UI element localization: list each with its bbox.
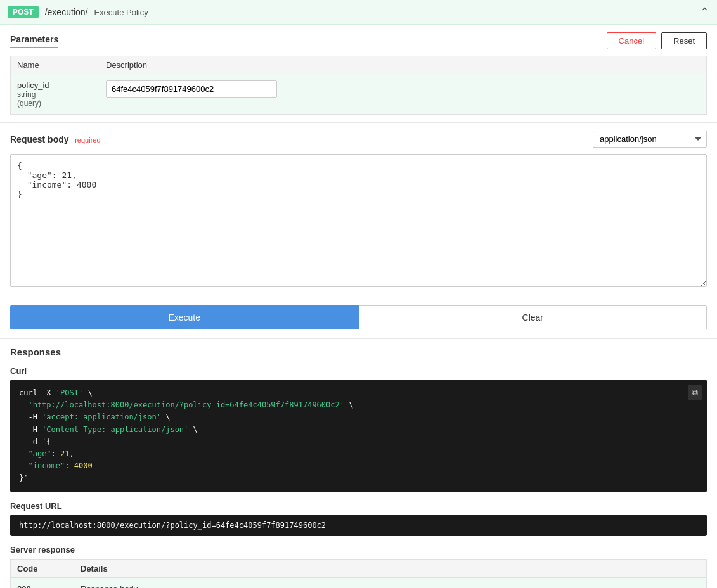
method-badge: POST — [8, 6, 39, 18]
curl-line-2: 'http://localhost:8000/execution/?policy… — [19, 400, 353, 409]
curl-line-5: -d '{ — [19, 437, 51, 446]
col-name: Name — [17, 60, 106, 70]
response-row: 200 Response body { "decision": true } 💾… — [10, 578, 707, 589]
param-name-cell: policy_id string (query) — [17, 80, 106, 108]
request-body-header: Request body required application/json — [10, 131, 707, 148]
params-header: Parameters Cancel Reset — [10, 32, 707, 49]
top-bar: POST /execution/ Execute Policy ⌃ — [0, 0, 717, 25]
curl-copy-button[interactable]: ⧉ — [688, 385, 702, 400]
curl-line-6: "age": 21, — [19, 449, 74, 458]
policy-id-input[interactable] — [106, 80, 277, 98]
param-type: string (query) — [17, 90, 106, 108]
server-response-label: Server response — [10, 545, 707, 554]
response-table-header: Code Details — [10, 559, 707, 578]
copy-icon: ⧉ — [692, 387, 698, 397]
required-badge: required — [75, 136, 100, 144]
response-body-label: Response body — [81, 584, 700, 589]
request-url-label: Request URL — [10, 501, 707, 511]
col-description: Description — [106, 60, 700, 70]
cancel-button[interactable]: Cancel — [607, 32, 656, 49]
execute-button[interactable]: Execute — [10, 305, 359, 329]
request-body-section: Request body required application/json {… — [0, 123, 717, 297]
request-url-section: Request URL http://localhost:8000/execut… — [10, 501, 707, 536]
reset-button[interactable]: Reset — [661, 32, 707, 49]
request-url-display: http://localhost:8000/execution/?policy_… — [10, 514, 707, 536]
action-buttons: Execute Clear — [10, 305, 707, 329]
curl-section: Curl curl -X 'POST' \ 'http://localhost:… — [10, 366, 707, 492]
curl-line-3: -H 'accept: application/json' \ — [19, 412, 170, 421]
param-value-cell[interactable] — [106, 80, 700, 98]
params-buttons: Cancel Reset — [607, 32, 707, 49]
curl-line-7: "income": 4000 — [19, 461, 93, 470]
curl-line-8: }' — [19, 473, 28, 482]
content-type-select[interactable]: application/json — [593, 131, 707, 148]
responses-title: Responses — [10, 347, 707, 357]
server-response-section: Server response Code Details 200 Respons… — [10, 545, 707, 589]
response-code: 200 — [17, 584, 81, 589]
param-row: policy_id string (query) — [10, 74, 707, 115]
curl-code-block: curl -X 'POST' \ 'http://localhost:8000/… — [10, 380, 707, 492]
curl-line-4: -H 'Content-Type: application/json' \ — [19, 425, 198, 434]
parameters-section: Parameters Cancel Reset Name Description… — [0, 25, 717, 123]
request-body-textarea[interactable]: { "age": 21, "income": 4000 } — [10, 154, 707, 287]
collapse-button[interactable]: ⌃ — [700, 5, 709, 19]
param-name: policy_id — [17, 80, 106, 90]
clear-button[interactable]: Clear — [359, 305, 707, 329]
curl-label: Curl — [10, 366, 707, 376]
params-table-header: Name Description — [10, 56, 707, 74]
endpoint-text: /execution/ — [45, 7, 88, 17]
response-details-header: Details — [81, 564, 700, 573]
request-body-label: Request body — [10, 134, 69, 144]
operation-label: Execute Policy — [94, 8, 148, 17]
response-code-header: Code — [17, 564, 81, 573]
curl-line-1: curl -X 'POST' \ — [19, 388, 93, 397]
response-details: Response body { "decision": true } 💾 Dow… — [81, 584, 700, 589]
request-body-label-wrap: Request body required — [10, 134, 101, 144]
responses-section: Responses Curl curl -X 'POST' \ 'http://… — [0, 338, 717, 588]
parameters-title: Parameters — [10, 34, 58, 48]
